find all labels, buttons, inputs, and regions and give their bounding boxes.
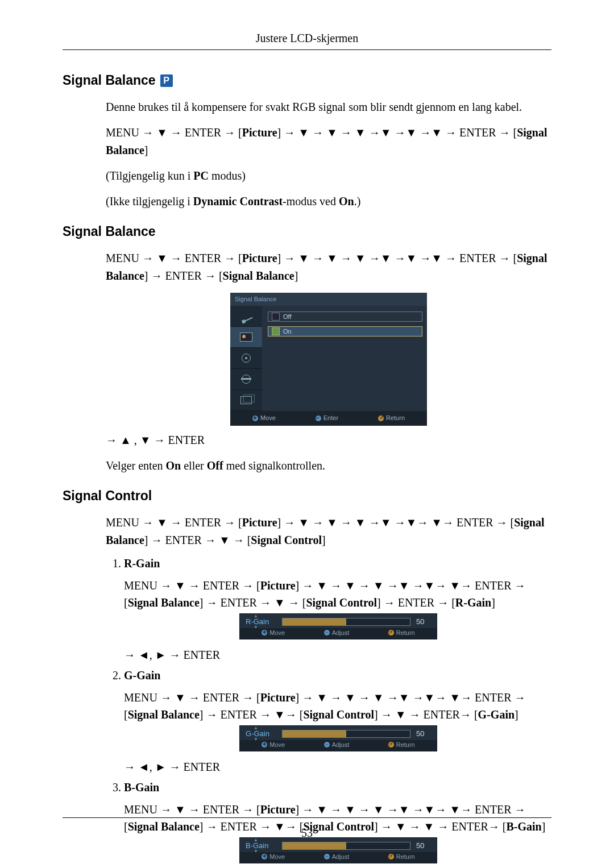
- down-arrow-icon: ▼: [254, 737, 258, 742]
- page-header: Justere LCD-skjermen: [63, 32, 551, 45]
- return-icon: ↺: [388, 742, 394, 747]
- heading-text: Signal Balance: [63, 224, 156, 239]
- down-arrow-icon: ▼: [254, 849, 258, 854]
- list-item-r-gain: R-Gain MENU → ▼ → ENTER → [Picture] → ▼ …: [124, 557, 551, 663]
- return-icon: ↺: [378, 416, 384, 421]
- osd-signal-balance: Signal Balance Off: [230, 293, 427, 426]
- t: MENU → ▼ → ENTER → [: [106, 252, 242, 264]
- page-number: 53: [0, 827, 614, 840]
- adjust-icon: ↔: [324, 630, 330, 636]
- t: ]: [144, 144, 148, 156]
- t: Move: [269, 741, 285, 748]
- t: Return: [396, 741, 415, 748]
- t: Picture: [260, 691, 296, 704]
- t: Adjust: [332, 741, 350, 748]
- nav-path-sb2: MENU → ▼ → ENTER → [Picture] → ▼ → ▼ → ▼…: [106, 250, 551, 285]
- osd-title: Signal Balance: [230, 293, 427, 306]
- t: -modus ved: [283, 195, 339, 207]
- t: Return: [396, 629, 415, 636]
- signal-balance-desc: Denne brukes til å kompensere for svakt …: [106, 98, 551, 116]
- t: ] → ENTER → ▼→ [: [200, 708, 304, 721]
- joystick-icon: ✥: [262, 630, 267, 636]
- t: modus): [209, 169, 246, 182]
- slider-value: 50: [416, 841, 431, 850]
- t: G-Gain: [478, 708, 515, 721]
- osd-footer: ✥Move ↔Adjust ↺Return: [240, 628, 437, 639]
- t: ] → ENTER → [: [144, 269, 223, 282]
- choose-on-off: Velger enten On eller Off med signalkont…: [106, 457, 551, 475]
- osd-option-off[interactable]: Off: [268, 312, 422, 322]
- osd-tab-multi-icon[interactable]: [230, 390, 262, 411]
- t: MENU → ▼ → ENTER → [: [106, 126, 242, 139]
- t: (Tilgjengelig kun i: [106, 169, 193, 182]
- osd-tab-sound-icon[interactable]: [230, 348, 262, 369]
- osd-option-on[interactable]: On: [268, 326, 422, 337]
- t: Signal Balance: [128, 708, 200, 721]
- adjust-icon: ↔: [324, 854, 330, 859]
- t: Return: [386, 413, 405, 423]
- t: Move: [260, 413, 276, 423]
- t: ] → ENTER → ▼ → [: [144, 534, 251, 546]
- t: MENU → ▼ → ENTER → [: [124, 691, 260, 704]
- slider-track[interactable]: [282, 618, 410, 626]
- pc-mode-badge-icon: P: [160, 74, 173, 87]
- osd-tab-input-icon[interactable]: [230, 306, 262, 327]
- t: Signal Control: [303, 708, 374, 721]
- slider-label: ▲ G-Gain ▼: [246, 729, 276, 738]
- t: Picture: [242, 252, 277, 264]
- g-gain-title: G-Gain: [124, 669, 160, 682]
- not-available-dc: (Ikke tilgjengelig i Dynamic Contrast-mo…: [106, 193, 551, 210]
- enter-icon: ↵: [316, 416, 321, 421]
- t: ] → ▼ → ▼ → ▼ →▼ →▼ →▼ → ENTER → [: [277, 126, 517, 139]
- osd-r-gain-slider: ▲ R-Gain ▼ 50 ✥Move ↔Adjust ↺Return: [239, 613, 437, 639]
- footer-rule: [63, 817, 551, 818]
- t: Signal Balance: [223, 269, 294, 282]
- slider-label: ▲ R-Gain ▼: [246, 617, 276, 626]
- return-icon: ↺: [388, 854, 394, 859]
- nav-path-sc: MENU → ▼ → ENTER → [Picture] → ▼ → ▼ → ▼…: [106, 514, 551, 549]
- t: ]: [322, 534, 326, 546]
- t: On: [283, 327, 292, 337]
- t: eller: [181, 459, 207, 472]
- t: Enter: [323, 413, 338, 423]
- slider-track[interactable]: [282, 730, 410, 738]
- t: Adjust: [332, 629, 350, 636]
- t: Picture: [260, 803, 296, 816]
- t: On: [166, 459, 181, 472]
- up-arrow-icon: ▲: [254, 725, 258, 730]
- t: MENU → ▼ → ENTER → [: [124, 803, 260, 816]
- slider-track[interactable]: [282, 842, 410, 850]
- t: Signal Control: [306, 596, 377, 609]
- t: Picture: [260, 579, 296, 592]
- heading-text: Signal Control: [63, 488, 152, 504]
- section-signal-control: Signal Control: [63, 488, 551, 504]
- down-arrow-icon: ▼: [254, 625, 258, 630]
- header-rule: [63, 49, 551, 50]
- t: Picture: [242, 516, 277, 529]
- t: Off: [207, 459, 223, 472]
- slider-label: ▲ B-Gain ▼: [246, 841, 276, 850]
- t: ] → ▼ → ▼ → ▼ →▼ →▼→ ▼→ ENTER → [: [277, 516, 515, 529]
- t: ] → ▼ → ▼ → ▼ →▼ →▼ →▼ → ENTER → [: [277, 252, 517, 264]
- joystick-icon: ✥: [252, 416, 258, 421]
- t: Dynamic Contrast: [193, 195, 283, 207]
- t: Velger enten: [106, 459, 166, 472]
- section-signal-balance-intro: Signal Balance P: [63, 73, 551, 88]
- t: Move: [269, 853, 285, 860]
- osd-tab-picture-icon[interactable]: [230, 327, 262, 348]
- t: ]: [515, 708, 518, 721]
- t: Signal Balance: [128, 596, 200, 609]
- osd-sidebar: [230, 306, 262, 411]
- t: ]: [294, 269, 298, 282]
- t: R-Gain: [455, 596, 491, 609]
- osd-tab-setup-icon[interactable]: [230, 369, 262, 390]
- list-item-g-gain: G-Gain MENU → ▼ → ENTER → [Picture] → ▼ …: [124, 669, 551, 775]
- t: MENU → ▼ → ENTER → [: [124, 579, 260, 592]
- section-signal-balance-onoff: Signal Balance: [63, 224, 551, 239]
- list-item-b-gain: B-Gain MENU → ▼ → ENTER → [Picture] → ▼ …: [124, 781, 551, 863]
- slider-value: 50: [416, 617, 431, 626]
- slider-value: 50: [416, 729, 431, 738]
- t: ] → ENTER → [: [377, 596, 455, 609]
- t: Off: [283, 312, 291, 322]
- osd-footer: ✥Move ↔Adjust ↺Return: [240, 740, 437, 751]
